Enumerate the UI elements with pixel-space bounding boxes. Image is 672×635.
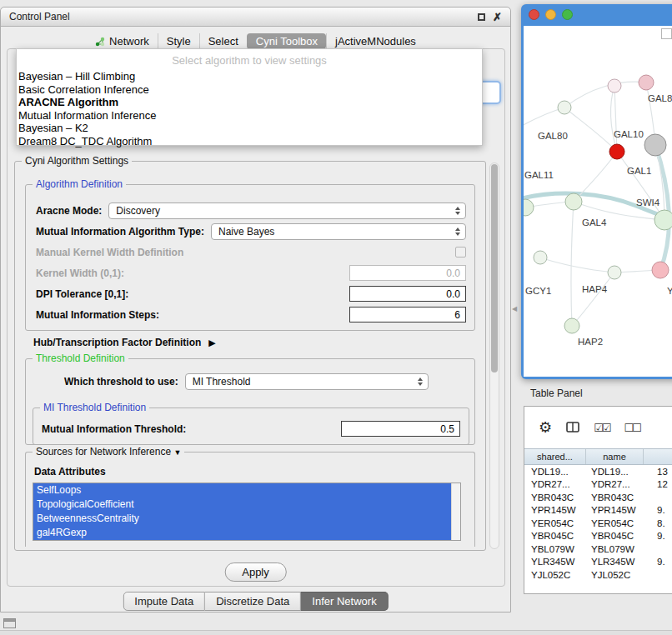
dpi-tolerance-input[interactable]: 0.0 — [349, 286, 466, 302]
table-row[interactable]: YBL079WYBL079W — [524, 542, 672, 556]
attribute-item-selfloops[interactable]: SelfLoops — [33, 483, 451, 498]
settings-scrollbar-thumb[interactable] — [491, 164, 498, 372]
bottom-tab-infer-network[interactable]: Infer Network — [301, 592, 388, 611]
tab-bar: NetworkStyleSelectCyni ToolboxjActiveMNo… — [1, 32, 510, 50]
table-cell: 13 — [644, 467, 672, 477]
network-edge[interactable] — [540, 258, 614, 272]
mi-threshold-group: MI Threshold Definition Mutual Informati… — [33, 408, 469, 445]
network-window-titlebar — [529, 9, 573, 20]
restore-icon[interactable] — [478, 13, 485, 21]
window-title: Control Panel — [9, 11, 70, 22]
hub-definition-expander[interactable]: Hub/Transcription Factor Definition ▶ — [33, 337, 216, 348]
minimize-traffic-light-icon[interactable] — [545, 9, 556, 20]
network-node[interactable] — [564, 318, 579, 333]
node-label: Y — [667, 286, 672, 296]
network-canvas[interactable]: GAL80GAL10GAL8GAL11GAL1SWI4GAL4GCY1HAP4H… — [524, 26, 672, 377]
table-cell: YER054C — [524, 518, 586, 528]
network-svg[interactable]: GAL80GAL10GAL8GAL11GAL1SWI4GAL4GCY1HAP4H… — [524, 26, 672, 377]
control-panel-window: Control Panel ✗ NetworkStyleSelectCyni T… — [0, 7, 511, 612]
apply-button[interactable]: Apply — [224, 562, 287, 582]
data-attributes-label: Data Attributes — [34, 466, 106, 478]
network-node[interactable] — [608, 79, 621, 92]
columns-icon[interactable] — [566, 422, 579, 434]
network-node[interactable] — [534, 251, 547, 264]
network-node[interactable] — [639, 75, 654, 90]
network-node[interactable] — [558, 101, 571, 114]
manual-kernel-checkbox[interactable] — [455, 247, 466, 258]
close-icon[interactable]: ✗ — [493, 12, 502, 22]
table-cell: YLR345W — [524, 557, 586, 567]
algorithm-option-bayesian-hill-climbing[interactable]: Bayesian – Hill Climbing — [17, 70, 482, 83]
table-row[interactable]: YJL052CYJL052C — [524, 568, 672, 582]
bottom-tab-discretize-data[interactable]: Discretize Data — [205, 592, 301, 611]
algorithm-option-aracne-algorithm[interactable]: ARACNE Algorithm — [17, 96, 482, 109]
birdseye-box[interactable] — [661, 28, 672, 39]
network-edge[interactable] — [655, 145, 669, 270]
table-row[interactable]: YDR27...YDR27...12 — [524, 478, 672, 492]
select-all-icon[interactable]: ☑☑ — [594, 422, 609, 433]
algorithm-option-bayesian-k2[interactable]: Bayesian – K2 — [17, 122, 482, 135]
mi-algorithm-type-select[interactable]: Naive Bayes — [211, 223, 466, 240]
stepper-arrows-icon — [450, 228, 465, 236]
network-edge[interactable] — [564, 108, 617, 152]
tab-jactivemnodules[interactable]: jActiveMNodules — [326, 33, 424, 49]
threshold-type-select[interactable]: MI Threshold — [185, 373, 429, 390]
table-row[interactable]: YBR043CYBR043C — [524, 491, 672, 504]
attribute-item-gal4rgexp[interactable]: gal4RGexp — [33, 526, 451, 540]
tab-network[interactable]: Network — [87, 33, 158, 49]
deselect-all-icon[interactable]: ☐☐ — [624, 422, 639, 433]
table-row[interactable]: YLR345WYLR345W9. — [524, 556, 672, 569]
tab-cyni-toolbox[interactable]: Cyni Toolbox — [247, 33, 326, 49]
network-icon — [95, 37, 105, 47]
zoom-traffic-light-icon[interactable] — [562, 9, 573, 20]
node-label: SWI4 — [636, 198, 660, 208]
table-row[interactable]: YDL19...YDL19...13 — [524, 465, 672, 478]
table-row[interactable]: YPR145WYPR145W9. — [524, 504, 672, 518]
mi-threshold-input[interactable]: 0.5 — [341, 421, 460, 437]
mi-steps-input[interactable]: 6 — [349, 307, 466, 322]
table-cell: 12 — [644, 479, 672, 489]
network-node[interactable] — [565, 193, 582, 210]
panel-collapse-handle[interactable]: ◀ — [512, 305, 517, 312]
column-header-3[interactable] — [644, 449, 672, 464]
network-node[interactable] — [524, 199, 534, 216]
stepper-arrows-icon — [450, 207, 465, 215]
network-node[interactable] — [654, 210, 672, 230]
aracne-mode-select[interactable]: Discovery — [108, 202, 466, 219]
attribute-item-topologicalcoefficient[interactable]: TopologicalCoefficient — [33, 498, 451, 512]
network-node[interactable] — [608, 266, 621, 279]
table-cell: YBR043C — [586, 492, 644, 502]
sources-group-title[interactable]: Sources for Network Inference ▼ — [33, 446, 184, 458]
network-node[interactable] — [652, 262, 669, 278]
titlebar[interactable]: Control Panel ✗ — [1, 8, 510, 27]
network-edge[interactable] — [572, 272, 614, 326]
column-header-1[interactable]: shared... — [524, 449, 586, 464]
tab-label: Cyni Toolbox — [256, 35, 318, 48]
attribute-item-betweennesscentrality[interactable]: BetweennessCentrality — [33, 512, 451, 526]
minimized-panel-icon[interactable] — [3, 618, 16, 628]
table-cell: 9. — [644, 505, 672, 515]
algorithm-option-mutual-information-inference[interactable]: Mutual Information Inference — [17, 109, 482, 122]
table-panel-title: Table Panel — [530, 388, 583, 399]
settings-scrollbar[interactable] — [489, 162, 499, 549]
network-edge[interactable] — [564, 82, 646, 108]
close-traffic-light-icon[interactable] — [529, 9, 539, 20]
tab-style[interactable]: Style — [158, 33, 199, 49]
tab-label: jActiveMNodules — [335, 35, 416, 48]
table-row[interactable]: YER054CYER054C8. — [524, 517, 672, 530]
table-row[interactable]: YBR045CYBR045C9. — [524, 530, 672, 543]
algorithm-option-basic-correlation-inference[interactable]: Basic Correlation Inference — [17, 83, 482, 97]
network-edge[interactable] — [571, 202, 574, 326]
network-node[interactable] — [644, 134, 666, 156]
node-label: GCY1 — [525, 286, 551, 296]
list-scrollbar[interactable] — [451, 483, 460, 540]
network-node[interactable] — [609, 144, 624, 159]
column-header-2[interactable]: name — [586, 449, 644, 464]
kernel-width-input[interactable]: 0.0 — [349, 265, 466, 281]
table-cell: YPR145W — [524, 505, 586, 515]
manual-kernel-row: Manual Kernel Width Definition — [26, 242, 474, 262]
bottom-tab-impute-data[interactable]: Impute Data — [123, 592, 205, 611]
gear-icon[interactable]: ⚙ — [539, 420, 552, 435]
tab-select[interactable]: Select — [199, 33, 247, 49]
algorithm-option-dream8-dc-tdc-algorithm[interactable]: Dream8 DC_TDC Algorithm — [17, 135, 482, 148]
